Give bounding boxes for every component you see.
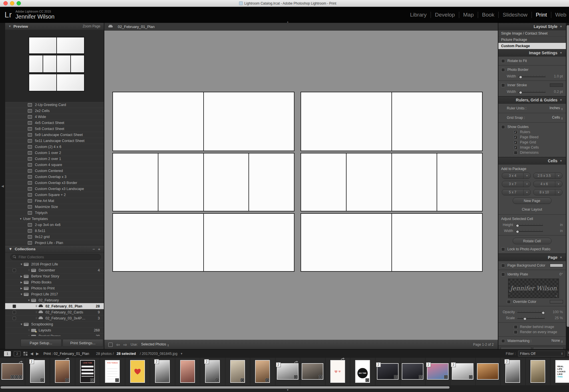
template-5x9-landscape-contact-sheet[interactable]: 5x9 Landscape Contact Sheet xyxy=(5,132,104,138)
template-9x12-grid[interactable]: 9x12 grid xyxy=(5,234,104,240)
cell-size-dropdown-icon[interactable]: ▼ xyxy=(555,181,562,187)
stack-count-badge[interactable]: 2 xyxy=(451,362,456,367)
image-cell[interactable] xyxy=(437,153,483,211)
layout-style-single-image-contact-sheet[interactable]: Single Image / Contact Sheet xyxy=(498,30,566,37)
image-cell[interactable] xyxy=(391,153,437,211)
thumbnail-badge-icon[interactable] xyxy=(40,378,44,382)
print-to-file-button[interactable]: Print to File... xyxy=(533,347,564,349)
filmstrip-thumbnail-6[interactable] xyxy=(125,358,150,385)
module-map[interactable]: Map xyxy=(459,12,478,18)
collection-before-your-story[interactable]: ▶Before Your Story xyxy=(5,273,104,279)
filmstrip-thumbnail-10[interactable] xyxy=(225,358,250,385)
left-panel-collapse-arrow[interactable]: ◀ xyxy=(0,23,5,349)
filmstrip-thumbnail-13[interactable] xyxy=(300,358,325,385)
main-window-button[interactable]: 1 xyxy=(4,351,11,356)
collection-02-february[interactable]: ▼02_February xyxy=(5,297,104,303)
collection-photos-to-print[interactable]: ▶Photos to Print xyxy=(5,285,104,291)
cell-size-dropdown-icon[interactable]: ▼ xyxy=(524,173,530,179)
image-cell[interactable] xyxy=(203,153,249,211)
lock-aspect-checkbox[interactable] xyxy=(501,247,505,251)
thumbnail-badge-icon[interactable] xyxy=(15,375,18,379)
collection-project-life-2017[interactable]: ▼Project Life 2017 xyxy=(5,291,104,297)
add-cell-8-x-10-button[interactable]: 8 x 10▼ xyxy=(533,189,562,195)
thumbnail-badge-icon[interactable] xyxy=(215,378,219,382)
filmstrip-thumbnail-2[interactable]: 2 xyxy=(25,358,50,385)
template-custom-overlap-x3-landscape[interactable]: Custom Overlap x3 Landscape xyxy=(5,186,104,192)
template-custom-4-square[interactable]: Custom 4 square xyxy=(5,162,104,168)
layout-style-picture-package[interactable]: Picture Package xyxy=(498,37,566,43)
filmstrip-thumbnail-15[interactable]: BIG TIME xyxy=(350,358,375,385)
cell-width-slider[interactable] xyxy=(516,229,543,232)
image-cell[interactable] xyxy=(248,153,295,211)
thumbnail-badge-icon[interactable] xyxy=(115,378,119,382)
add-collection-button[interactable]: + xyxy=(98,247,100,251)
stack-count-badge[interactable]: 2 xyxy=(504,359,509,364)
add-cell-5-x-7-button[interactable]: 5 x 7▼ xyxy=(502,189,531,195)
module-develop[interactable]: Develop xyxy=(431,12,459,18)
page-background-color-swatch[interactable] xyxy=(550,264,563,267)
filmstrip-thumbnail-21[interactable]: 2 xyxy=(500,358,526,385)
image-cell[interactable] xyxy=(203,92,295,151)
image-cell[interactable] xyxy=(203,213,295,272)
inner-stroke-checkbox[interactable] xyxy=(501,83,505,87)
filmstrip-thumbnail-12[interactable]: 2 xyxy=(275,358,301,385)
page-setup-button[interactable]: Page Setup... xyxy=(21,339,61,347)
collections-panel-header[interactable]: ▼ Collections − + xyxy=(5,245,104,253)
grid-view-icon[interactable] xyxy=(23,352,27,356)
hide-top-panel-icon[interactable]: ▲ xyxy=(287,21,289,23)
scale-slider[interactable] xyxy=(517,317,545,319)
go-forward-arrow[interactable]: ▶ xyxy=(36,351,39,356)
quick-collection-checkbox[interactable] xyxy=(13,269,16,272)
disclosure-triangle-icon[interactable]: ▼ xyxy=(19,293,24,296)
add-cell-2-5-x-3-5-button[interactable]: 2.5 x 3.5▼ xyxy=(533,173,562,179)
inner-stroke-color-swatch[interactable] xyxy=(550,83,563,87)
identity-plate-rotation[interactable]: 0° xyxy=(560,272,563,276)
stack-count-badge[interactable]: 2 xyxy=(204,359,209,364)
ruler-units-selector[interactable]: Inches▲▼ xyxy=(550,106,563,111)
thumbnail-badge-icon[interactable] xyxy=(240,378,244,382)
image-cell[interactable] xyxy=(301,92,392,151)
stack-count-badge[interactable]: 2 xyxy=(426,362,431,367)
rotate-to-fit-checkbox[interactable] xyxy=(501,59,505,63)
watermarking-selector[interactable]: None▲▼ xyxy=(552,339,563,343)
thumbnail-badge-icon[interactable] xyxy=(19,375,22,379)
image-settings-header[interactable]: Image Settings ▼ xyxy=(498,49,566,57)
thumbnail-badge-icon[interactable] xyxy=(444,375,448,379)
collections-filter-input[interactable] xyxy=(10,254,101,260)
guide-page-grid-checkbox[interactable] xyxy=(514,141,518,144)
template-custom-overlap-x-3[interactable]: Custom Overlap x 3 xyxy=(5,174,104,180)
stack-count-badge[interactable]: 2 xyxy=(29,359,34,364)
filter-dropdown[interactable]: Filters Off▲▼ xyxy=(518,351,565,357)
thumbnail-badge-icon[interactable] xyxy=(65,378,69,382)
disclosure-triangle-icon[interactable]: ▶ xyxy=(19,287,24,290)
cell-size-dropdown-icon[interactable]: ▼ xyxy=(524,189,530,195)
module-web[interactable]: Web xyxy=(551,12,569,18)
template-custom-2-over-1[interactable]: Custom 2 over 1 xyxy=(5,156,104,162)
right-panel-scrollbar[interactable] xyxy=(567,25,569,327)
watermarking-checkbox[interactable] xyxy=(501,339,505,343)
thumbnail-badge-icon[interactable] xyxy=(319,375,323,379)
use-selector[interactable]: Selected Photos▲▼ xyxy=(141,342,169,347)
template-8-5x11[interactable]: 8.5x11 xyxy=(5,228,104,234)
page-header[interactable]: Page ▼ xyxy=(498,254,566,261)
image-cell[interactable] xyxy=(112,213,204,272)
template-5x8-contact-sheet[interactable]: 5x8 Contact Sheet xyxy=(5,126,104,132)
filmstrip-thumbnail-11[interactable] xyxy=(250,358,275,385)
template-custom-square-2[interactable]: Custom Square + 2 xyxy=(5,192,104,198)
thumbnail-badge-icon[interactable] xyxy=(394,375,398,379)
template-4x5-contact-sheet[interactable]: 4x5 Contact Sheet xyxy=(5,120,104,126)
collection-layouts[interactable]: ⠿Layouts268 xyxy=(5,327,104,333)
rotate-cell-button[interactable]: Rotate Cell xyxy=(513,238,552,244)
template-4-wide[interactable]: 4 Wide xyxy=(5,114,104,120)
disclosure-triangle-icon[interactable]: ▶ xyxy=(19,275,24,278)
template-custom-overlap-x3-border[interactable]: Custom Overlap x3 Border xyxy=(5,180,104,186)
render-on-every-image-checkbox[interactable] xyxy=(514,330,518,334)
template-5x11-landscape-contact-sheet[interactable]: 5x11 Landscape Contact Sheet xyxy=(5,138,104,144)
collection-02-february-02-cards[interactable]: ⠿02_February_02_Cards9 xyxy=(5,309,104,315)
second-window-button[interactable]: 2 xyxy=(14,351,21,356)
filmstrip-thumbnail-18[interactable]: 2 xyxy=(425,358,451,385)
user-templates-group[interactable]: ▼User Templates xyxy=(5,216,104,222)
thumbnail-badge-icon[interactable] xyxy=(265,378,269,382)
source-dropdown-icon[interactable]: ▼ xyxy=(180,352,183,355)
template-2-up-greeting-card[interactable]: 2-Up Greeting Card xyxy=(5,102,104,108)
